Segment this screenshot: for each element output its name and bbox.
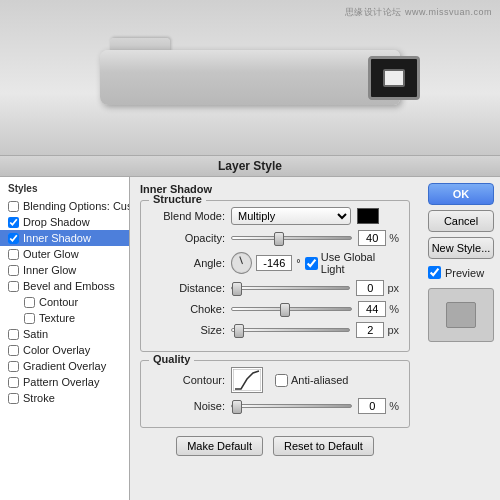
size-track[interactable] [231, 328, 350, 332]
sidebar-item-drop-shadow[interactable]: Drop Shadow [0, 214, 129, 230]
angle-degree-symbol: ° [296, 257, 300, 269]
size-label: Size: [151, 324, 231, 336]
sidebar-label-blending-options: Blending Options: Custom [23, 200, 130, 212]
sidebar-label-color-overlay: Color Overlay [23, 344, 90, 356]
sidebar-item-contour[interactable]: Contour [0, 294, 129, 310]
sidebar-item-gradient-overlay[interactable]: Gradient Overlay [0, 358, 129, 374]
angle-dial[interactable] [231, 252, 252, 274]
anti-aliased-text: Anti-aliased [291, 374, 348, 386]
size-slider-container: px [231, 322, 399, 338]
blend-mode-select[interactable]: Multiply Normal Screen Overlay [231, 207, 351, 225]
sidebar-checkbox-gradient-overlay[interactable] [8, 361, 19, 372]
distance-slider-container: px [231, 280, 399, 296]
anti-aliased-label: Anti-aliased [275, 374, 348, 387]
cancel-button[interactable]: Cancel [428, 210, 494, 232]
opacity-value-input[interactable] [358, 230, 386, 246]
sidebar-label-texture: Texture [39, 312, 75, 324]
distance-track[interactable] [231, 286, 350, 290]
make-default-button[interactable]: Make Default [176, 436, 263, 456]
blend-mode-row: Blend Mode: Multiply Normal Screen Overl… [151, 207, 399, 225]
sidebar-item-blending-options[interactable]: Blending Options: Custom [0, 198, 129, 214]
size-unit: px [387, 324, 399, 336]
sidebar-item-outer-glow[interactable]: Outer Glow [0, 246, 129, 262]
blend-color-swatch[interactable] [357, 208, 379, 224]
watermark: 思缘设计论坛 www.missvuan.com [345, 6, 492, 19]
angle-row: Angle: ° Use Global Light [151, 251, 399, 275]
size-value-input[interactable] [356, 322, 384, 338]
sidebar-checkbox-drop-shadow[interactable] [8, 217, 19, 228]
sidebar-label-satin: Satin [23, 328, 48, 340]
use-global-light-checkbox[interactable] [305, 257, 318, 270]
opacity-thumb[interactable] [274, 232, 284, 246]
sidebar-items: Blending Options: CustomDrop ShadowInner… [0, 198, 129, 406]
sidebar-checkbox-color-overlay[interactable] [8, 345, 19, 356]
noise-unit: % [389, 400, 399, 412]
dialog-area: Layer Style Styles Blending Options: Cus… [0, 155, 500, 500]
device-lens [368, 56, 420, 100]
noise-thumb[interactable] [232, 400, 242, 414]
opacity-row: Opacity: % [151, 230, 399, 246]
sidebar-checkbox-pattern-overlay[interactable] [8, 377, 19, 388]
choke-thumb[interactable] [280, 303, 290, 317]
contour-label: Contour: [151, 374, 231, 386]
sidebar-label-inner-shadow: Inner Shadow [23, 232, 91, 244]
new-style-button[interactable]: New Style... [428, 237, 494, 259]
sidebar-checkbox-stroke[interactable] [8, 393, 19, 404]
distance-value-input[interactable] [356, 280, 384, 296]
distance-thumb[interactable] [232, 282, 242, 296]
sidebar-checkbox-satin[interactable] [8, 329, 19, 340]
sidebar-checkbox-blending-options[interactable] [8, 201, 19, 212]
sidebar-item-inner-shadow[interactable]: Inner Shadow [0, 230, 129, 246]
distance-label: Distance: [151, 282, 231, 294]
sidebar-checkbox-bevel-emboss[interactable] [8, 281, 19, 292]
sidebar-checkbox-inner-glow[interactable] [8, 265, 19, 276]
structure-section: Structure Blend Mode: Multiply Normal Sc… [140, 200, 410, 352]
structure-label: Structure [149, 193, 206, 205]
contour-preview[interactable] [231, 367, 263, 393]
quality-section: Quality Contour: Anti-aliased [140, 360, 410, 428]
sidebar-checkbox-outer-glow[interactable] [8, 249, 19, 260]
dialog-content: Styles Blending Options: CustomDrop Shad… [0, 177, 500, 500]
sidebar-item-satin[interactable]: Satin [0, 326, 129, 342]
sidebar-label-stroke: Stroke [23, 392, 55, 404]
bottom-buttons: Make Default Reset to Default [140, 436, 410, 456]
sidebar-checkbox-contour[interactable] [24, 297, 35, 308]
preview-text: Preview [445, 267, 484, 279]
opacity-track[interactable] [231, 236, 352, 240]
sidebar-item-pattern-overlay[interactable]: Pattern Overlay [0, 374, 129, 390]
device-body [100, 50, 400, 105]
anti-aliased-checkbox[interactable] [275, 374, 288, 387]
opacity-slider-container: % [231, 230, 399, 246]
preview-label: Preview [428, 266, 492, 279]
sidebar-item-bevel-emboss[interactable]: Bevel and Emboss [0, 278, 129, 294]
noise-track[interactable] [231, 404, 352, 408]
opacity-label: Opacity: [151, 232, 231, 244]
size-thumb[interactable] [234, 324, 244, 338]
main-panel: Inner Shadow Structure Blend Mode: Multi… [130, 177, 420, 500]
opacity-unit: % [389, 232, 399, 244]
device-shape [80, 38, 420, 118]
device-lens-inner [383, 69, 405, 87]
contour-row: Contour: Anti-aliased [151, 367, 399, 393]
angle-label: Angle: [151, 257, 231, 269]
choke-slider-container: % [231, 301, 399, 317]
choke-track[interactable] [231, 307, 352, 311]
ok-button[interactable]: OK [428, 183, 494, 205]
use-global-light-text: Use Global Light [321, 251, 399, 275]
preview-checkbox[interactable] [428, 266, 441, 279]
sidebar-label-bevel-emboss: Bevel and Emboss [23, 280, 115, 292]
sidebar-label-contour: Contour [39, 296, 78, 308]
preview-box [428, 288, 494, 342]
sidebar-item-stroke[interactable]: Stroke [0, 390, 129, 406]
noise-value-input[interactable] [358, 398, 386, 414]
angle-value-input[interactable] [256, 255, 292, 271]
sidebar-checkbox-inner-shadow[interactable] [8, 233, 19, 244]
sidebar-item-inner-glow[interactable]: Inner Glow [0, 262, 129, 278]
sidebar-checkbox-texture[interactable] [24, 313, 35, 324]
choke-value-input[interactable] [358, 301, 386, 317]
use-global-light-label: Use Global Light [305, 251, 399, 275]
reset-to-default-button[interactable]: Reset to Default [273, 436, 374, 456]
top-image-area: 思缘设计论坛 www.missvuan.com [0, 0, 500, 155]
sidebar-item-color-overlay[interactable]: Color Overlay [0, 342, 129, 358]
sidebar-item-texture[interactable]: Texture [0, 310, 129, 326]
